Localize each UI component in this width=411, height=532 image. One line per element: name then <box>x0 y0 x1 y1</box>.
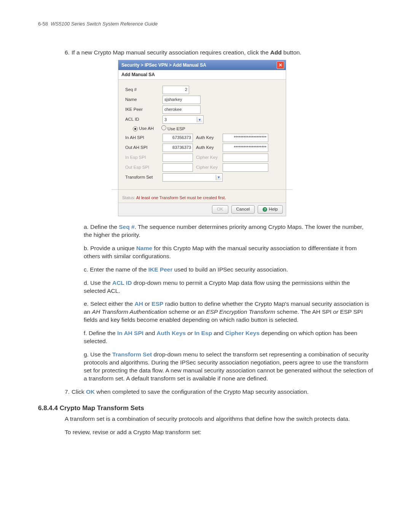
page-number: 6-58 <box>38 21 48 27</box>
step-7: 7.Click OK when completed to save the co… <box>65 388 373 396</box>
name-input[interactable]: sjsharkey <box>162 96 201 104</box>
in-esp-spi-label: In Esp SPI <box>125 155 159 161</box>
substep-a: a. Define the Seq #. The sequence number… <box>84 223 373 239</box>
acl-id-select[interactable]: 3 ▾ <box>162 115 204 124</box>
out-ah-authkey-input[interactable]: ******************** <box>223 144 268 152</box>
ok-button[interactable]: OK <box>212 205 228 214</box>
chevron-down-icon: ▾ <box>197 117 202 122</box>
out-esp-spi-label: Out Esp SPI <box>125 165 159 171</box>
seq-label: Seq # <box>125 87 159 93</box>
out-ah-spi-input[interactable]: 83736373 <box>162 144 193 152</box>
substep-d: d. Use the ACL ID drop-down menu to perm… <box>84 279 373 295</box>
chevron-down-icon: ▾ <box>216 175 221 180</box>
acl-id-label: ACL ID <box>125 117 159 123</box>
out-esp-cipher-label: Cipher Key <box>196 165 220 171</box>
ike-peer-input[interactable]: cherokee <box>162 105 201 114</box>
name-label: Name <box>125 97 159 103</box>
in-ah-spi-label: In AH SPI <box>125 135 159 141</box>
ike-peer-label: IKE Peer <box>125 107 159 113</box>
page-header: 6-58 WS5100 Series Switch System Referen… <box>38 21 373 27</box>
dialog-titlebar: Security > IPSec VPN > Add Manual SA ✕ <box>118 60 286 70</box>
dialog-subtitle: Add Manual SA <box>118 70 286 80</box>
in-esp-cipher-label: Cipher Key <box>196 155 220 161</box>
status-message: Status: At least one Transform Set must … <box>118 193 286 203</box>
in-esp-spi-input <box>162 153 193 162</box>
out-esp-cipher-input <box>223 163 268 172</box>
section-para-2: To review, revise or add a Crypto Map tr… <box>65 428 373 436</box>
substep-c: c. Enter the name of the IKE Peer used t… <box>84 266 373 274</box>
doc-title: WS5100 Series Switch System Reference Gu… <box>51 21 158 27</box>
in-ah-spi-input[interactable]: 67356373 <box>162 134 193 142</box>
step-6: 6.If a new Crypto Map manual security as… <box>65 49 373 383</box>
in-ah-authkey-label: Auth Key <box>196 135 220 141</box>
close-icon[interactable]: ✕ <box>277 61 284 69</box>
substep-b: b. Provide a unique Name for this Crypto… <box>84 244 373 260</box>
out-esp-spi-input <box>162 163 193 172</box>
seq-input[interactable]: 2 <box>162 86 189 94</box>
in-esp-cipher-input <box>223 153 268 162</box>
use-esp-radio[interactable]: Use ESP <box>161 125 185 132</box>
section-para-1: A transform set is a combination of secu… <box>65 415 373 423</box>
out-ah-spi-label: Out AH SPI <box>125 145 159 151</box>
transform-set-select[interactable]: ▾ <box>162 173 223 182</box>
substep-e: e. Select either the AH or ESP radio but… <box>84 300 373 324</box>
use-ah-radio[interactable]: Use AH <box>133 126 154 132</box>
help-button[interactable]: ? Help <box>258 205 283 214</box>
transform-set-label: Transform Set <box>125 174 159 181</box>
cancel-button[interactable]: Cancel <box>231 205 255 214</box>
help-icon: ? <box>263 207 267 212</box>
substep-g: g. Use the Transform Set drop-down menu … <box>84 351 373 383</box>
add-manual-sa-dialog: Security > IPSec VPN > Add Manual SA ✕ A… <box>118 60 286 216</box>
section-heading: 6.8.4.4 Crypto Map Transform Sets <box>38 404 373 412</box>
substep-f: f. Define the In AH SPI and Auth Keys or… <box>84 329 373 345</box>
breadcrumb: Security > IPSec VPN > Add Manual SA <box>121 62 206 68</box>
in-ah-authkey-input[interactable]: ******************** <box>223 134 268 142</box>
out-ah-authkey-label: Auth Key <box>196 145 220 151</box>
